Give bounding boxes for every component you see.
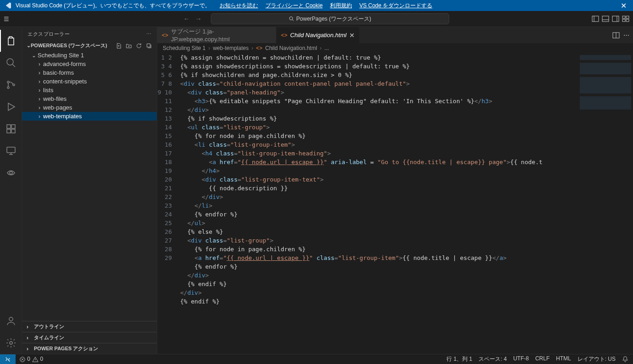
tree-item[interactable]: ›basic-forms <box>22 68 157 77</box>
sidebar-more-icon[interactable]: ⋯ <box>146 31 151 37</box>
svg-rect-7 <box>626 19 629 22</box>
settings-gear-icon[interactable] <box>0 332 22 354</box>
split-editor-icon[interactable] <box>612 31 620 39</box>
tab-subpage[interactable]: <> サブページ 1.ja-JP.webpage.copy.html ✕ <box>157 27 276 43</box>
svg-rect-2 <box>602 16 609 22</box>
banner-link-terms[interactable]: 利用規約 <box>330 2 352 10</box>
extensions-icon[interactable] <box>0 118 22 140</box>
breadcrumbs[interactable]: Scheduling Site 1› web-templates› <> Chi… <box>157 43 633 53</box>
sidebar-title: エクスプローラー <box>28 31 70 38</box>
layout-primary-side-icon[interactable] <box>592 15 599 22</box>
explorer-icon[interactable] <box>0 30 22 52</box>
layout-panel-icon[interactable] <box>602 15 609 22</box>
banner-link-privacy[interactable]: プライバシーと Cookie <box>265 2 323 10</box>
tab-label: サブページ 1.ja-JP.webpage.copy.html <box>171 28 263 43</box>
command-center-search[interactable]: PowerPages (ワークスペース) <box>211 13 449 24</box>
tab-child-navigation[interactable]: <> Child Navigation.html ✕ <box>276 27 360 43</box>
accounts-icon[interactable] <box>0 310 22 332</box>
editor-body[interactable]: 1 2 3 4 5 6 7 8 9 10 11 12 13 14 15 16 1… <box>157 53 633 354</box>
line-numbers: 1 2 3 4 5 6 7 8 9 10 11 12 13 14 15 16 1… <box>157 53 180 354</box>
layout-mode[interactable]: レイアウト: US <box>578 355 616 363</box>
power-pages-icon[interactable] <box>0 162 22 184</box>
banner-link-download[interactable]: VS Code をダウンロードする <box>359 2 432 10</box>
collapse-all-icon[interactable] <box>146 42 152 49</box>
svg-point-0 <box>290 17 293 20</box>
tree-item[interactable]: ›web-templates <box>22 112 157 121</box>
chevron-right-icon: › <box>36 105 43 111</box>
tree-item-label: lists <box>43 87 53 94</box>
source-control-icon[interactable] <box>0 74 22 96</box>
tree-item-label: web-pages <box>43 104 72 111</box>
outline-section[interactable]: ›アウトライン <box>22 321 157 332</box>
breadcrumb-item[interactable]: Child Navigation.html <box>265 45 317 51</box>
chevron-right-icon: › <box>36 70 43 76</box>
nav-back-button[interactable]: ← <box>183 15 190 22</box>
powerpages-actions-section[interactable]: ›POWER PAGES アクション <box>22 343 157 354</box>
html-file-icon: <> <box>281 32 287 39</box>
svg-rect-6 <box>622 19 625 22</box>
tree-item[interactable]: ›web-pages <box>22 103 157 112</box>
tree-item[interactable]: ⌄Scheduling Site 1 <box>22 51 157 60</box>
chevron-right-icon: › <box>36 96 43 102</box>
error-icon <box>19 356 26 363</box>
banner-close-button[interactable]: ✕ <box>619 1 628 10</box>
svg-rect-5 <box>626 16 629 18</box>
chevron-right-icon: › <box>36 61 43 67</box>
svg-point-18 <box>9 317 13 321</box>
nav-forward-button[interactable]: → <box>195 15 202 22</box>
breadcrumb-item[interactable]: Scheduling Site 1 <box>163 45 205 51</box>
search-text: PowerPages (ワークスペース) <box>296 15 371 23</box>
tree-item-label: advanced-forms <box>43 61 86 67</box>
search-activity-icon[interactable] <box>0 52 22 74</box>
breadcrumb-item[interactable]: ... <box>325 45 329 51</box>
tree-item[interactable]: ›lists <box>22 86 157 94</box>
new-folder-icon[interactable] <box>126 42 132 49</box>
tree-item[interactable]: ›content-snippets <box>22 77 157 86</box>
cursor-position[interactable]: 行 1、列 1 <box>446 355 472 363</box>
warnings-count[interactable]: 0 <box>32 356 43 363</box>
indentation[interactable]: スペース: 4 <box>479 355 506 363</box>
timeline-section[interactable]: ›タイムライン <box>22 332 157 343</box>
svg-rect-15 <box>11 129 15 133</box>
layout-secondary-side-icon[interactable] <box>612 15 619 22</box>
workspace-name: POWERPAGES (ワークスペース) <box>31 42 116 49</box>
notifications-icon[interactable] <box>622 355 628 363</box>
banner-link-news[interactable]: お知らせを読む <box>220 2 258 10</box>
tree-item[interactable]: ›advanced-forms <box>22 60 157 68</box>
layout-customize-icon[interactable] <box>622 15 629 22</box>
chevron-right-icon: › <box>36 78 43 85</box>
tab-close-button[interactable]: ✕ <box>349 32 355 39</box>
minimap[interactable] <box>578 53 633 354</box>
top-banner: Visual Studio Code (プレビュー)。いつでもどこでも、すべてを… <box>0 0 633 11</box>
editor-tabs: <> サブページ 1.ja-JP.webpage.copy.html ✕ <> … <box>157 27 633 43</box>
run-debug-icon[interactable] <box>0 96 22 118</box>
new-file-icon[interactable] <box>116 42 122 49</box>
chevron-down-icon: ⌄ <box>27 43 31 49</box>
code-content[interactable]: {% assign showchildren = showchildren | … <box>180 53 578 354</box>
svg-rect-4 <box>622 16 625 18</box>
tree-item[interactable]: ›web-files <box>22 94 157 103</box>
chevron-right-icon: › <box>36 87 43 94</box>
html-file-icon: <> <box>162 32 168 39</box>
remote-icon <box>5 356 11 363</box>
title-bar: ☰ ← → PowerPages (ワークスペース) <box>0 11 633 27</box>
tree-item-label: web-files <box>43 95 66 102</box>
remote-indicator[interactable] <box>0 354 16 364</box>
encoding[interactable]: UTF-8 <box>513 355 529 363</box>
menu-icon[interactable]: ☰ <box>4 16 9 22</box>
refresh-icon[interactable] <box>136 42 142 49</box>
svg-point-9 <box>7 81 9 83</box>
remote-explorer-icon[interactable] <box>0 140 22 162</box>
breadcrumb-item[interactable]: web-templates <box>213 45 248 51</box>
tree-item-label: basic-forms <box>43 69 74 76</box>
language-mode[interactable]: HTML <box>556 355 571 363</box>
tree-item-label: web-templates <box>43 113 82 120</box>
tree-item-label: content-snippets <box>43 78 87 85</box>
eol[interactable]: CRLF <box>535 355 550 363</box>
search-icon <box>289 16 294 22</box>
svg-rect-14 <box>7 129 11 133</box>
tree-item-label: Scheduling Site 1 <box>38 52 84 59</box>
errors-count[interactable]: 0 <box>19 356 30 363</box>
workspace-section-header[interactable]: ⌄ POWERPAGES (ワークスペース) <box>22 41 157 50</box>
editor-more-icon[interactable]: ⋯ <box>623 32 629 39</box>
